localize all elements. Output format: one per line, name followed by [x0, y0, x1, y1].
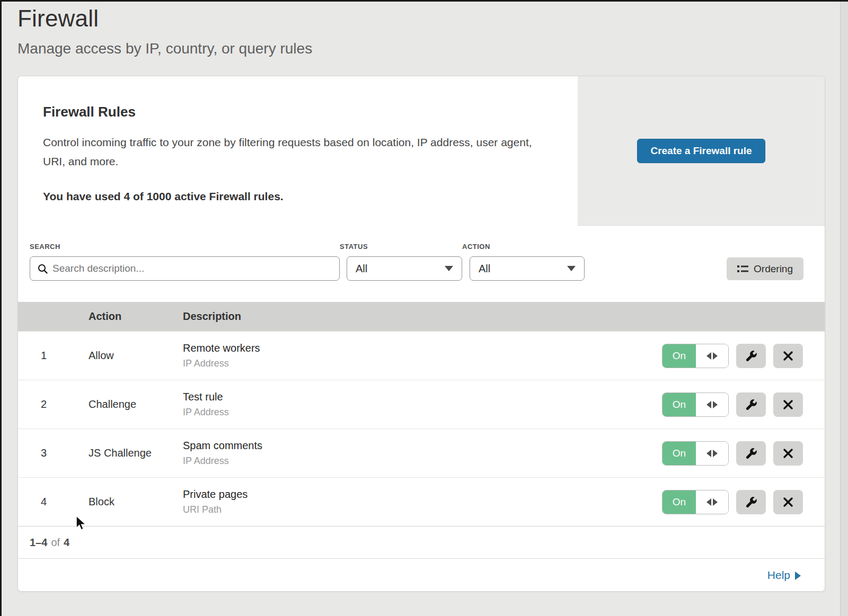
rule-enabled-toggle[interactable]: On: [662, 344, 729, 368]
rule-description-cell: Test rule IP Address: [183, 391, 642, 418]
card-description: Control incoming traffic to your zone by…: [43, 133, 544, 171]
close-icon: [783, 351, 793, 361]
card-footer: Help: [18, 558, 825, 591]
usage-summary: You have used 4 of 1000 active Firewall …: [43, 190, 546, 203]
scrollbar-track[interactable]: [840, 0, 848, 616]
arrow-left-icon: [706, 401, 711, 408]
table-row: 4 Block Private pages URI Path On: [18, 477, 825, 526]
table-header: Action Description: [18, 302, 825, 331]
create-firewall-rule-button[interactable]: Create a Firewall rule: [637, 139, 765, 163]
rule-field: IP Address: [183, 456, 642, 467]
chevron-down-icon: [567, 266, 576, 271]
description-column-header: Description: [183, 310, 642, 323]
ordered-list-icon: [737, 264, 748, 274]
status-filter-group: STATUS All: [340, 243, 462, 281]
firewall-rules-card: Firewall Rules Control incoming traffic …: [17, 76, 825, 592]
window-edge-top: [0, 0, 848, 2]
rule-enabled-toggle[interactable]: On: [662, 392, 729, 417]
rule-field: IP Address: [183, 407, 642, 418]
pagination-of: of: [51, 537, 60, 549]
rule-field: URI Path: [183, 504, 642, 515]
status-select-value: All: [356, 263, 367, 275]
close-icon: [783, 497, 793, 507]
action-select-value: All: [479, 263, 490, 275]
arrow-left-icon: [706, 352, 711, 360]
page-subtitle: Manage access by IP, country, or query r…: [17, 40, 848, 57]
rule-enabled-toggle[interactable]: On: [662, 490, 729, 514]
wrench-icon: [745, 398, 757, 411]
card-top-section: Firewall Rules Control incoming traffic …: [18, 76, 825, 226]
status-select[interactable]: All: [347, 256, 462, 281]
help-link-label: Help: [767, 569, 790, 582]
search-input-container: [30, 256, 340, 281]
search-filter-group: SEARCH: [30, 243, 340, 281]
help-link[interactable]: Help: [767, 569, 801, 582]
rule-controls: On: [642, 344, 825, 368]
toggle-on-label: On: [662, 490, 696, 514]
rule-action: Challenge: [89, 398, 183, 410]
arrow-left-icon: [706, 498, 711, 506]
rule-action: Allow: [89, 350, 183, 362]
pagination-range: 1–4: [30, 537, 47, 549]
rule-priority: 3: [18, 447, 89, 459]
delete-rule-button[interactable]: [773, 344, 803, 368]
rule-priority: 4: [18, 496, 89, 508]
close-icon: [783, 399, 793, 410]
arrow-right-icon: [795, 572, 801, 580]
action-select[interactable]: All: [470, 256, 585, 281]
rule-description-cell: Remote workers IP Address: [183, 342, 642, 369]
delete-rule-button[interactable]: [773, 490, 803, 514]
toggle-knob: [696, 393, 728, 416]
search-input[interactable]: [52, 263, 332, 274]
rule-field: IP Address: [183, 358, 642, 369]
toggle-on-label: On: [662, 344, 696, 368]
rule-description: Spam comments: [183, 440, 642, 452]
pagination: 1–4 of 4: [18, 526, 825, 558]
pagination-total: 4: [64, 537, 69, 549]
edit-rule-button[interactable]: [736, 490, 766, 514]
search-label: SEARCH: [30, 243, 340, 251]
rule-controls: On: [642, 441, 825, 466]
rule-enabled-toggle[interactable]: On: [662, 441, 729, 466]
delete-rule-button[interactable]: [773, 441, 803, 466]
window-edge-left: [0, 0, 2, 616]
edit-rule-button[interactable]: [736, 441, 766, 466]
table-row: 1 Allow Remote workers IP Address On: [18, 331, 825, 380]
arrow-right-icon: [713, 401, 718, 408]
toggle-knob: [696, 344, 728, 368]
edit-rule-button[interactable]: [736, 392, 766, 417]
close-icon: [783, 448, 793, 459]
arrow-right-icon: [713, 352, 718, 360]
action-column-header: Action: [89, 310, 183, 323]
table-row: 3 JS Challenge Spam comments IP Address …: [18, 428, 825, 477]
toggle-on-label: On: [662, 442, 696, 465]
rule-description: Remote workers: [183, 342, 642, 354]
arrow-left-icon: [706, 450, 711, 457]
status-label: STATUS: [340, 243, 462, 251]
wrench-icon: [745, 350, 757, 362]
toggle-knob: [696, 442, 728, 465]
wrench-icon: [745, 447, 757, 460]
rule-description: Private pages: [183, 488, 642, 501]
card-heading: Firewall Rules: [43, 104, 546, 120]
rule-description: Test rule: [183, 391, 642, 403]
rule-description-cell: Private pages URI Path: [183, 488, 642, 515]
table-row: 2 Challenge Test rule IP Address On: [18, 380, 825, 428]
toggle-knob: [696, 490, 728, 514]
rule-description-cell: Spam comments IP Address: [183, 440, 642, 467]
action-filter-group: ACTION All: [462, 243, 585, 281]
rule-controls: On: [642, 490, 825, 514]
card-top-action-panel: Create a Firewall rule: [578, 76, 825, 226]
delete-rule-button[interactable]: [773, 392, 803, 417]
rule-priority: 1: [18, 350, 89, 362]
edit-rule-button[interactable]: [736, 344, 766, 368]
toggle-on-label: On: [662, 393, 696, 416]
arrow-right-icon: [713, 498, 718, 506]
rule-action: JS Challenge: [89, 447, 183, 459]
wrench-icon: [745, 496, 757, 508]
rule-action: Block: [89, 496, 183, 508]
ordering-button-label: Ordering: [754, 263, 793, 275]
rule-priority: 2: [18, 398, 89, 410]
ordering-button[interactable]: Ordering: [727, 257, 803, 280]
arrow-right-icon: [713, 450, 718, 457]
